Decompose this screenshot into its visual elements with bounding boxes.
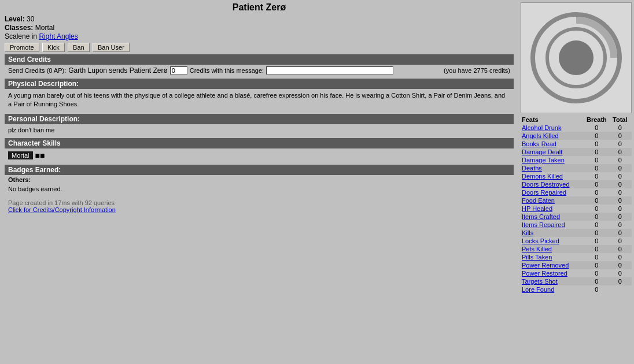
stats-header-feat: Feats [521, 116, 585, 124]
stat-breath: 0 [585, 196, 608, 205]
right-panel: Feats Breath Total Alcohol Drunk00Angels… [518, 0, 634, 364]
stat-label-link[interactable]: Deaths [522, 165, 542, 172]
stat-label: Locks Picked [521, 237, 585, 245]
left-panel: Patient Zerø Level: 30 Classes: Mortal S… [0, 0, 518, 364]
stats-row: Doors Destroyed00 [521, 180, 632, 188]
stat-label: HP Healed [521, 205, 585, 213]
stat-breath: 0 [585, 124, 608, 132]
promote-button[interactable]: Promote [5, 43, 39, 52]
stats-row: Pills Taken00 [521, 253, 632, 261]
stat-label-link[interactable]: Doors Repaired [522, 189, 566, 196]
stat-total: 0 [609, 172, 632, 180]
stat-label-link[interactable]: Lore Found [522, 286, 554, 293]
stat-label-link[interactable]: Damage Taken [522, 157, 565, 164]
stat-breath: 0 [585, 237, 608, 245]
credits-amount-input[interactable] [170, 66, 187, 75]
scalene-line: Scalene in Right Angles [5, 32, 514, 40]
stat-label-link[interactable]: Books Read [522, 140, 556, 147]
sender-text: Garth Lupon sends Patient Zerø [68, 66, 167, 75]
stat-label: Pets Killed [521, 245, 585, 253]
stat-label: Doors Repaired [521, 188, 585, 196]
send-credits-row: Send Credits (0 AP): Garth Lupon sends P… [5, 65, 514, 76]
stat-label: Damage Dealt [521, 148, 585, 156]
scalene-link[interactable]: Right Angles [39, 32, 78, 40]
stat-label-link[interactable]: HP Healed [522, 205, 552, 212]
stat-label-link[interactable]: Food Eaten [522, 197, 555, 204]
stat-label: Damage Taken [521, 156, 585, 164]
stat-label: Kills [521, 229, 585, 237]
stat-total: 0 [609, 156, 632, 164]
stat-label-link[interactable]: Alcohol Drunk [522, 124, 561, 131]
stat-label-link[interactable]: Doors Destroyed [522, 181, 570, 188]
skill-dots: ■■ [35, 151, 45, 160]
stat-total: 0 [609, 164, 632, 172]
stat-breath: 0 [585, 148, 608, 156]
stat-breath: 0 [585, 172, 608, 180]
stats-row: Books Read00 [521, 140, 632, 148]
stat-breath: 0 [585, 205, 608, 213]
stat-breath: 0 [585, 253, 608, 261]
stat-breath: 0 [585, 221, 608, 229]
ban-user-button[interactable]: Ban User [93, 43, 130, 52]
stat-breath: 0 [585, 213, 608, 221]
stat-label: Power Removed [521, 261, 585, 269]
credits-balance: (you have 2775 credits) [444, 67, 510, 74]
badges-others-label: Others: [5, 175, 514, 184]
stat-label-link[interactable]: Pets Killed [522, 246, 552, 252]
stat-label-link[interactable]: Kills [522, 229, 533, 236]
stat-breath: 0 [585, 164, 608, 172]
stat-breath: 0 [585, 188, 608, 196]
physical-description-text: A young man barely out of his teens with… [5, 89, 514, 112]
character-skills-header: Character Skills [5, 138, 514, 148]
stat-total: 0 [609, 180, 632, 188]
stats-row: Doors Repaired00 [521, 188, 632, 196]
stat-breath: 0 [585, 156, 608, 164]
stats-row: Damage Taken00 [521, 156, 632, 164]
stats-row: Kills00 [521, 229, 632, 237]
svg-point-2 [559, 40, 594, 75]
send-credits-label: Send Credits (0 AP): [8, 67, 66, 74]
stat-label-link[interactable]: Power Removed [522, 262, 569, 269]
stat-label-link[interactable]: Power Restored [522, 270, 567, 277]
no-badges-text: No badges earned. [5, 184, 514, 194]
stat-total: 0 [609, 140, 632, 148]
stat-label-link[interactable]: Pills Taken [522, 254, 552, 261]
stat-label: Deaths [521, 164, 585, 172]
stat-label-link[interactable]: Locks Picked [522, 237, 559, 244]
stat-label-link[interactable]: Demons Killed [522, 173, 563, 180]
stat-label-link[interactable]: Items Repaired [522, 221, 565, 228]
message-label: Credits with this message: [190, 67, 264, 74]
stat-label-link[interactable]: Angels Killed [522, 132, 559, 139]
physical-description-header: Physical Description: [5, 79, 514, 89]
stat-label: Targets Shot [521, 277, 585, 285]
stats-row: Items Crafted00 [521, 213, 632, 221]
stats-row: Items Repaired00 [521, 221, 632, 229]
stat-label: Doors Destroyed [521, 180, 585, 188]
stat-label: Pills Taken [521, 253, 585, 261]
personal-description-text: plz don't ban me [5, 124, 514, 136]
stat-total: 0 [609, 205, 632, 213]
stat-label-link[interactable]: Items Crafted [522, 213, 560, 220]
avatar-image [530, 12, 622, 104]
action-buttons: Promote Kick Ban Ban User [5, 43, 514, 52]
level-value: 30 [27, 15, 34, 23]
stat-label-link[interactable]: Damage Dealt [522, 148, 562, 155]
credits-copyright-link[interactable]: Click for Credits/Copyright Information [8, 206, 116, 213]
stat-total: 0 [609, 148, 632, 156]
ban-button[interactable]: Ban [68, 43, 90, 52]
stats-row: Demons Killed00 [521, 172, 632, 180]
badges-header: Badges Earned: [5, 165, 514, 175]
page-creation-info: Page created in 17ms with 92 queries [8, 199, 510, 206]
kick-button[interactable]: Kick [42, 43, 65, 52]
stat-breath: 0 [585, 245, 608, 253]
stats-row: Food Eaten00 [521, 196, 632, 205]
stat-total: 0 [609, 245, 632, 253]
send-credits-header: Send Credits [5, 54, 514, 65]
credits-message-input[interactable] [266, 66, 393, 75]
stat-label-link[interactable]: Targets Shot [522, 278, 558, 285]
stat-label: Food Eaten [521, 196, 585, 205]
stat-label: Angels Killed [521, 132, 585, 140]
skill-badge: Mortal [8, 151, 33, 159]
stat-total: 0 [609, 221, 632, 229]
stats-row: Damage Dealt00 [521, 148, 632, 156]
